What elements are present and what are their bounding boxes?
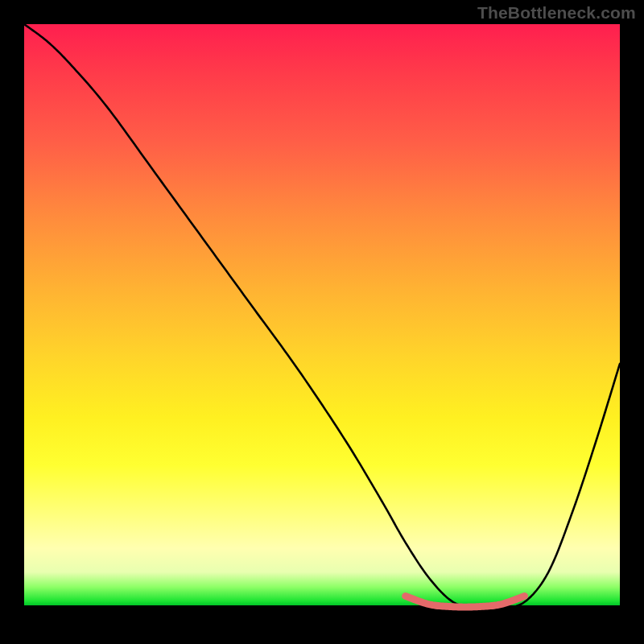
plot-area [24,24,620,620]
watermark-text: TheBottleneck.com [477,3,636,23]
chart-frame: TheBottleneck.com [0,0,644,644]
curve-layer [24,24,620,620]
sweet-spot-segment [406,596,525,607]
bottleneck-curve [24,24,620,609]
